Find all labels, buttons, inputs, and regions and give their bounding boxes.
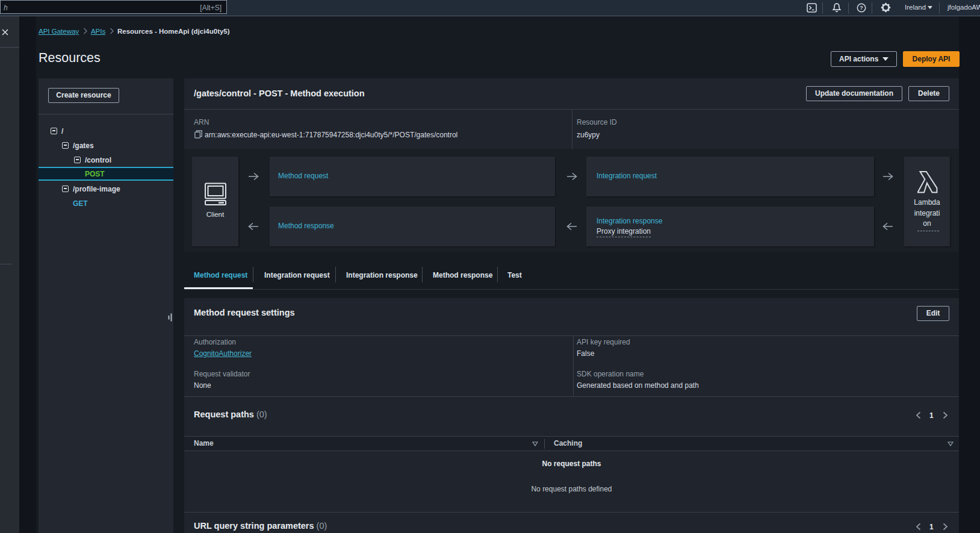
- svg-text:?: ?: [860, 4, 863, 11]
